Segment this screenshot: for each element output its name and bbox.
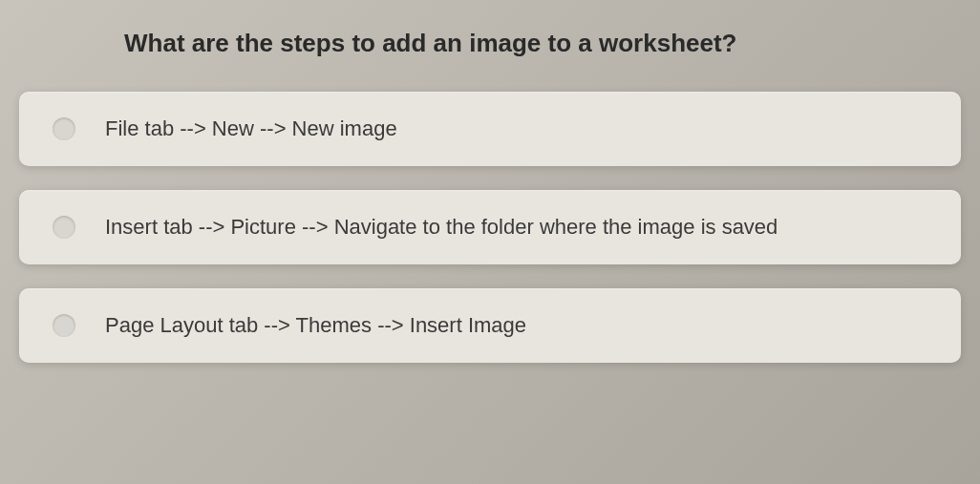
option-text: Page Layout tab --> Themes --> Insert Im…: [105, 313, 526, 337]
answer-option-1[interactable]: File tab --> New --> New image: [19, 92, 961, 166]
option-text: File tab --> New --> New image: [105, 116, 397, 140]
question-text: What are the steps to add an image to a …: [124, 29, 961, 58]
option-text: Insert tab --> Picture --> Navigate to t…: [105, 215, 778, 239]
answer-option-3[interactable]: Page Layout tab --> Themes --> Insert Im…: [19, 288, 961, 363]
answer-option-2[interactable]: Insert tab --> Picture --> Navigate to t…: [19, 190, 961, 264]
